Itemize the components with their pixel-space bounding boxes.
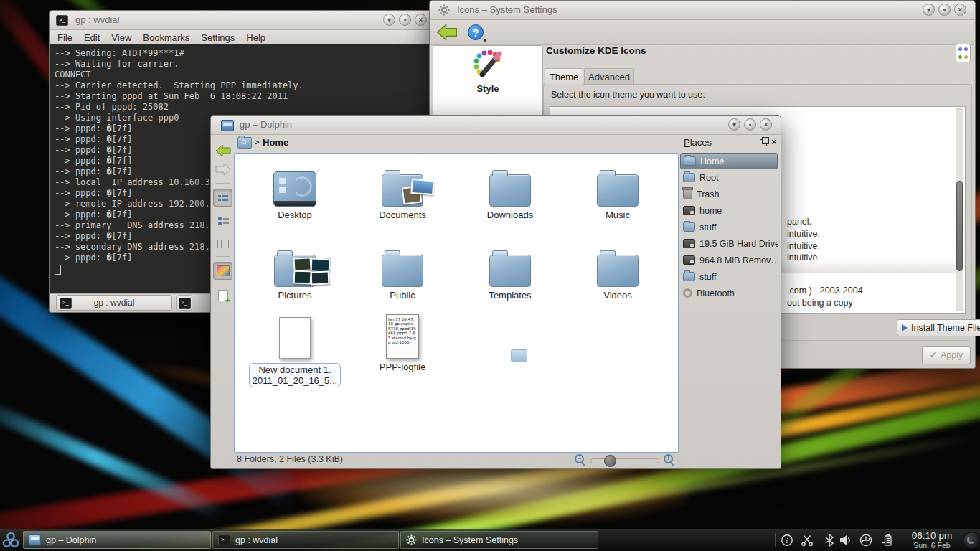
places-item-stuff[interactable]: stuff xyxy=(680,268,778,285)
terminal-line: --> Sending: ATDT*99***1# xyxy=(55,48,436,59)
minimize-button[interactable]: ▾ xyxy=(383,14,395,26)
tab-advanced[interactable]: Advanced xyxy=(584,68,634,85)
close-button[interactable]: × xyxy=(760,118,772,131)
scrollbar-thumb[interactable] xyxy=(956,181,963,271)
zoom-slider-handle[interactable] xyxy=(604,455,616,467)
drive-icon xyxy=(683,206,695,215)
menu-item-bookmarks[interactable]: Bookmarks xyxy=(143,32,189,43)
back-button[interactable] xyxy=(213,141,232,159)
folder-item-documents[interactable]: Documents xyxy=(349,161,456,241)
bluetooth-icon[interactable] xyxy=(821,533,837,547)
columns-view-button[interactable] xyxy=(213,235,232,253)
zoom-in-icon[interactable]: + xyxy=(664,454,673,463)
battery-icon[interactable] xyxy=(880,533,895,547)
folder-item-templates[interactable]: Templates xyxy=(456,241,564,321)
zoom-out-icon[interactable]: − xyxy=(575,454,584,463)
places-item-root[interactable]: Root xyxy=(680,169,778,186)
klipper-icon[interactable] xyxy=(799,533,815,547)
menu-item-view[interactable]: View xyxy=(111,32,131,43)
folder-item-videos[interactable]: Videos xyxy=(564,241,672,321)
back-icon[interactable] xyxy=(436,24,458,41)
task-konsole[interactable]: >_ gp : wvdial xyxy=(212,531,399,549)
file-item-ppp-logfile[interactable]: Jan 17 09:47:18 gp-Aspire-5738 pppd[1946… xyxy=(349,313,456,393)
tab-theme[interactable]: Theme xyxy=(545,68,583,85)
details-view-button[interactable] xyxy=(213,212,232,230)
folder-view[interactable]: New document 1.2011_01_20_16_5... Jan 17… xyxy=(234,153,679,453)
plasma-cashew-icon[interactable] xyxy=(963,532,980,550)
folder-item-downloads[interactable]: Downloads xyxy=(456,161,564,241)
menu-item-settings[interactable]: Settings xyxy=(201,32,235,43)
places-item-bluetooth[interactable]: Bluetooth xyxy=(680,285,778,301)
info-icon[interactable]: i xyxy=(779,533,795,547)
drag-ghost-thumbnail xyxy=(511,349,527,362)
volume-icon[interactable] xyxy=(838,533,854,547)
maximize-button[interactable]: ▪ xyxy=(938,4,951,16)
folder-label: Templates xyxy=(456,290,564,301)
theme-description-text: .com ) - 2003-2004 out being a copy xyxy=(787,285,863,309)
dolphin-titlebar[interactable]: gp – Dolphin ▾ ▪ × xyxy=(211,116,781,135)
task-system-settings[interactable]: Icons – System Settings xyxy=(400,531,598,549)
places-item-home[interactable]: ⌂Home xyxy=(680,153,778,169)
close-button[interactable]: × xyxy=(954,4,966,16)
menu-item-file[interactable]: File xyxy=(57,32,72,43)
close-button[interactable]: × xyxy=(415,14,427,26)
zoom-slider[interactable] xyxy=(590,458,659,463)
usb-icon[interactable] xyxy=(858,533,874,547)
apply-button[interactable]: ✓ Apply xyxy=(922,346,971,364)
konsole-titlebar[interactable]: >_ gp : wvdial ▾ ▪ × xyxy=(50,11,437,30)
breadcrumb[interactable]: Home xyxy=(263,137,288,148)
menu-item-help[interactable]: Help xyxy=(246,32,265,43)
sidebar-item-style[interactable]: Style xyxy=(433,49,542,94)
split-button[interactable] xyxy=(213,286,232,304)
folder-label: Public xyxy=(349,290,456,301)
preview-button[interactable] xyxy=(213,262,232,280)
places-item-home[interactable]: home xyxy=(680,202,778,219)
toolbar-separator xyxy=(463,23,463,42)
places-item-label: stuff xyxy=(699,272,716,282)
app-launcher-icon[interactable] xyxy=(1,530,21,550)
clock-time: 06:10 pm xyxy=(901,530,963,541)
task-dolphin[interactable]: gp – Dolphin xyxy=(23,531,211,549)
konsole-tab[interactable]: >_ gp : wvdial xyxy=(56,295,172,311)
folder-item-public[interactable]: Public xyxy=(349,241,456,321)
icons-view-button[interactable] xyxy=(213,189,232,207)
new-tab-button[interactable]: >_ xyxy=(176,295,192,311)
documents-icon xyxy=(349,161,456,207)
maximize-button[interactable]: ▪ xyxy=(399,14,411,26)
folder-item-pictures[interactable]: Pictures xyxy=(241,241,349,321)
clock[interactable]: 06:10 pm Sun, 6 Feb xyxy=(901,530,963,550)
minimize-button[interactable]: ▾ xyxy=(923,4,935,16)
places-item-trash[interactable]: Trash xyxy=(680,186,778,202)
file-label: PPP-logfile xyxy=(349,362,456,372)
description-fragment: out being a copy xyxy=(787,297,863,309)
help-icon[interactable]: ? xyxy=(468,24,484,40)
menu-item-edit[interactable]: Edit xyxy=(84,32,100,43)
install-theme-button[interactable]: Install Theme File... xyxy=(897,319,980,336)
toolbar-separator xyxy=(216,183,230,184)
task-label: Icons – System Settings xyxy=(422,535,518,545)
theme-list-text: panel. intuitive. intuitive. intuitive. xyxy=(787,216,820,264)
task-label: gp – Dolphin xyxy=(46,535,96,545)
places-item-19-5-gib-hard-drive[interactable]: 19.5 GiB Hard Drive xyxy=(680,235,778,252)
chevron-down-icon[interactable]: ▾ xyxy=(484,37,486,44)
prompt-text: Select the icon theme you want to use: xyxy=(551,90,705,100)
forward-button[interactable] xyxy=(213,160,232,178)
folder-label: Desktop xyxy=(241,209,349,220)
trash-icon xyxy=(683,189,692,199)
status-text: 8 Folders, 2 Files (3.3 KiB) xyxy=(237,454,343,464)
window-title: gp – Dolphin xyxy=(240,119,292,130)
file-item-new-document[interactable]: New document 1.2011_01_20_16_5... xyxy=(241,313,349,393)
system-settings-titlebar[interactable]: Icons – System Settings ▾ ▪ × xyxy=(430,1,975,20)
taskbar: gp – Dolphin >_ gp : wvdial Icons – Syst… xyxy=(0,529,980,551)
folder-item-desktop[interactable]: Desktop xyxy=(241,161,349,241)
scrollbar[interactable] xyxy=(956,108,963,311)
places-item-964-8-mib-remov-[interactable]: 964.8 MiB Remov… xyxy=(680,252,778,268)
folder-item-music[interactable]: Music xyxy=(564,161,672,241)
minimize-button[interactable]: ▾ xyxy=(728,118,740,131)
close-panel-icon[interactable]: × xyxy=(771,136,777,147)
places-item-stuff[interactable]: stuff xyxy=(680,219,778,235)
maximize-button[interactable]: ▪ xyxy=(744,118,756,131)
desktop: >_ gp : wvdial ▾ ▪ × FileEditViewBookmar… xyxy=(0,0,980,551)
breadcrumb-home-icon[interactable]: ⌂ xyxy=(237,137,252,151)
float-panel-icon[interactable] xyxy=(760,139,767,146)
